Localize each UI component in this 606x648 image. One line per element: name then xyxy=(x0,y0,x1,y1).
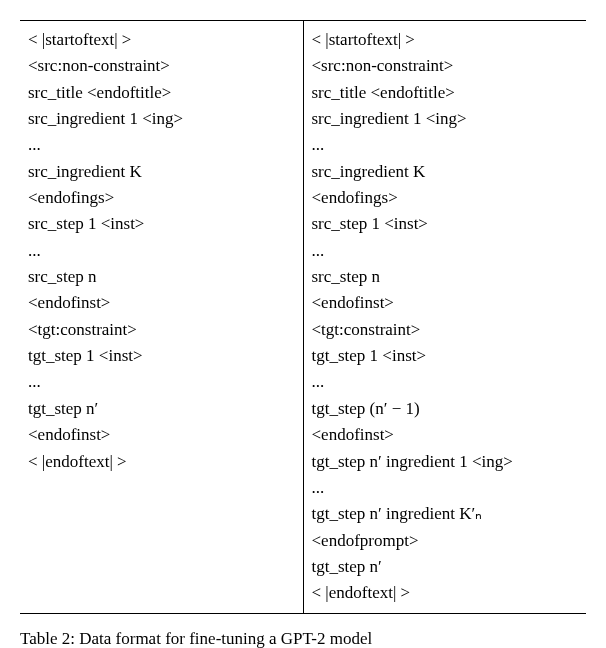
col-right-line: src_ingredient 1 <ing> xyxy=(312,106,579,132)
col-right-line: <endofinst> xyxy=(312,290,579,316)
col-right-line: src_ingredient K xyxy=(312,159,579,185)
col-right-line: tgt_step (n′ − 1) xyxy=(312,396,579,422)
col-left-line: < |startoftext| > xyxy=(28,27,295,53)
col-right-line: tgt_step n′ ingredient 1 <ing> xyxy=(312,449,579,475)
col-right-line: <endofprompt> xyxy=(312,528,579,554)
col-right-line: tgt_step n′ xyxy=(312,554,579,580)
col-left-line: ... xyxy=(28,238,295,264)
table-left-column: < |startoftext| > <src:non-constraint> s… xyxy=(20,21,304,613)
col-left-line: ... xyxy=(28,369,295,395)
col-left-line: <tgt:constraint> xyxy=(28,317,295,343)
col-left-line: src_title <endoftitle> xyxy=(28,80,295,106)
col-right-line: < |startoftext| > xyxy=(312,27,579,53)
caption-text: Data format for fine-tuning a GPT-2 mode… xyxy=(79,629,372,648)
data-format-table: < |startoftext| > <src:non-constraint> s… xyxy=(20,20,586,614)
col-left-line: tgt_step n′ xyxy=(28,396,295,422)
col-left-line: src_ingredient 1 <ing> xyxy=(28,106,295,132)
col-left-line: src_step n xyxy=(28,264,295,290)
col-left-line: <endofinst> xyxy=(28,422,295,448)
col-right-line: src_title <endoftitle> xyxy=(312,80,579,106)
col-right-line: src_step 1 <inst> xyxy=(312,211,579,237)
col-right-line: <endofinst> xyxy=(312,422,579,448)
col-right-line: src_step n xyxy=(312,264,579,290)
col-right-line: ... xyxy=(312,132,579,158)
col-right-line: ... xyxy=(312,369,579,395)
col-left-line: <src:non-constraint> xyxy=(28,53,295,79)
col-right-line: ... xyxy=(312,238,579,264)
col-left-line: < |endoftext| > xyxy=(28,449,295,475)
table-caption: Table 2: Data format for fine-tuning a G… xyxy=(20,626,586,648)
table-right-column: < |startoftext| > <src:non-constraint> s… xyxy=(304,21,587,613)
col-left-line: src_step 1 <inst> xyxy=(28,211,295,237)
caption-label: Table 2: xyxy=(20,629,79,648)
col-right-line: <tgt:constraint> xyxy=(312,317,579,343)
col-right-line: < |endoftext| > xyxy=(312,580,579,606)
col-left-line: <endofinst> xyxy=(28,290,295,316)
col-right-line: tgt_step n′ ingredient K′ₙ xyxy=(312,501,579,527)
col-left-line: src_ingredient K xyxy=(28,159,295,185)
col-left-line: <endofings> xyxy=(28,185,295,211)
col-right-line: <endofings> xyxy=(312,185,579,211)
col-left-line: tgt_step 1 <inst> xyxy=(28,343,295,369)
col-right-line: <src:non-constraint> xyxy=(312,53,579,79)
col-left-line: ... xyxy=(28,132,295,158)
col-right-line: ... xyxy=(312,475,579,501)
col-right-line: tgt_step 1 <inst> xyxy=(312,343,579,369)
